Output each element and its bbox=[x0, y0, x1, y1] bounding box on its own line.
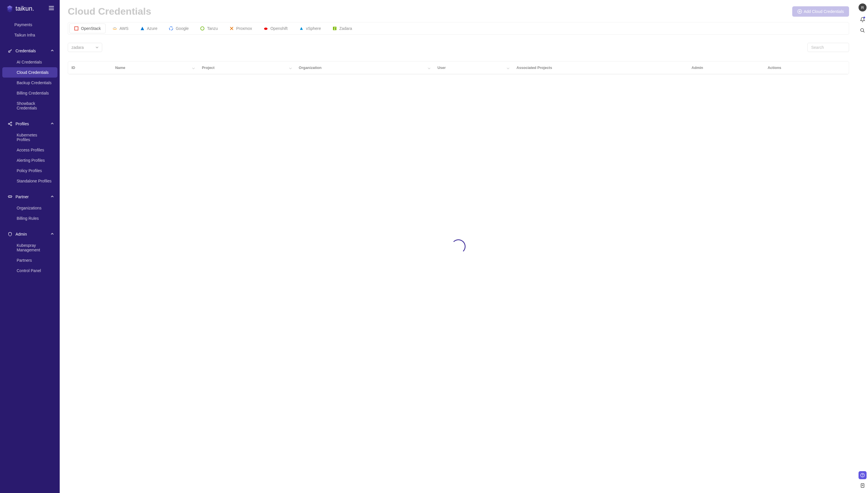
nav-group-admin[interactable]: Admin bbox=[0, 228, 60, 240]
sidebar-item-backup-credentials[interactable]: Backup Credentials bbox=[2, 78, 58, 88]
tab-label: Zadara bbox=[339, 26, 352, 31]
logo-icon bbox=[6, 5, 14, 13]
sidebar-item-organizations[interactable]: Organizations bbox=[2, 203, 58, 213]
provider-tabs: OpenStack aws AWS Azure Google Tanzu Pro… bbox=[68, 22, 849, 35]
tab-label: OpenStack bbox=[81, 26, 101, 31]
svg-point-19 bbox=[861, 28, 864, 31]
vsphere-icon bbox=[299, 26, 304, 31]
sidebar-header: taikun. bbox=[0, 0, 60, 17]
tab-proxmox[interactable]: Proxmox bbox=[225, 24, 257, 33]
sidebar-item-billing-credentials[interactable]: Billing Credentials bbox=[2, 88, 58, 98]
menu-toggle-icon[interactable] bbox=[49, 6, 54, 11]
svg-line-7 bbox=[9, 123, 10, 124]
handshake-icon bbox=[7, 194, 13, 199]
document-icon[interactable] bbox=[860, 483, 865, 488]
avatar[interactable]: R bbox=[859, 3, 867, 12]
add-cloud-credentials-button[interactable]: Add Cloud Credentials bbox=[792, 6, 849, 17]
tab-vsphere[interactable]: vSphere bbox=[295, 24, 325, 33]
svg-text:Z: Z bbox=[334, 27, 336, 30]
key-icon bbox=[7, 48, 13, 53]
sidebar: taikun. Payments Taikun Infra Credential… bbox=[0, 0, 60, 493]
sort-icon bbox=[428, 66, 431, 69]
nav-group-label: Profiles bbox=[16, 122, 29, 126]
tab-label: AWS bbox=[119, 26, 128, 31]
page-title: Cloud Credentials bbox=[68, 6, 151, 17]
search-icon[interactable] bbox=[860, 27, 865, 33]
sidebar-item-kubespray-management[interactable]: Kubespray Management bbox=[2, 240, 58, 255]
filter-bar: zadara bbox=[68, 41, 849, 54]
svg-point-22 bbox=[863, 476, 863, 477]
sort-icon bbox=[192, 66, 195, 69]
chevron-up-icon bbox=[50, 122, 54, 126]
sidebar-item-partners[interactable]: Partners bbox=[2, 255, 58, 265]
shield-icon bbox=[7, 232, 13, 237]
google-icon bbox=[169, 26, 174, 31]
sidebar-item-payments[interactable]: Payments bbox=[0, 20, 60, 30]
sidebar-item-policy-profiles[interactable]: Policy Profiles bbox=[2, 166, 58, 176]
column-header-actions: Actions bbox=[764, 62, 849, 74]
help-button[interactable] bbox=[859, 471, 867, 479]
nav-group-profiles-items: Kubernetes Profiles Access Profiles Aler… bbox=[0, 130, 60, 186]
search-input[interactable] bbox=[807, 43, 849, 52]
column-header-id: ID bbox=[68, 62, 112, 74]
sidebar-item-cloud-credentials[interactable]: Cloud Credentials bbox=[2, 67, 58, 78]
column-header-user[interactable]: User bbox=[434, 62, 513, 74]
chevron-up-icon bbox=[50, 232, 54, 236]
sort-icon bbox=[289, 66, 292, 69]
tab-tanzu[interactable]: Tanzu bbox=[196, 24, 222, 33]
tab-aws[interactable]: aws AWS bbox=[108, 24, 133, 33]
tab-openstack[interactable]: OpenStack bbox=[69, 24, 106, 33]
tab-label: vSphere bbox=[306, 26, 321, 31]
svg-line-20 bbox=[863, 31, 865, 33]
nav-group-label: Admin bbox=[16, 232, 27, 236]
sort-icon bbox=[507, 66, 509, 69]
nav-group-partner-items: Organizations Billing Rules bbox=[0, 203, 60, 223]
openshift-icon bbox=[264, 26, 268, 31]
column-header-organization[interactable]: Organization bbox=[295, 62, 434, 74]
tab-label: Tanzu bbox=[207, 26, 218, 31]
sidebar-item-ai-credentials[interactable]: AI Credentials bbox=[2, 57, 58, 67]
nav-group-admin-items: Kubespray Management Partners Control Pa… bbox=[0, 240, 60, 276]
add-button-label: Add Cloud Credentials bbox=[804, 9, 844, 14]
column-header-name[interactable]: Name bbox=[112, 62, 198, 74]
svg-point-5 bbox=[8, 123, 9, 124]
nav-top: Payments Taikun Infra bbox=[0, 20, 60, 40]
logo[interactable]: taikun. bbox=[6, 5, 34, 13]
svg-point-4 bbox=[10, 122, 12, 123]
loading-indicator bbox=[451, 239, 465, 254]
page-header: Cloud Credentials Add Cloud Credentials bbox=[68, 6, 849, 17]
zadara-icon: Z bbox=[333, 26, 337, 31]
tab-zadara[interactable]: Z Zadara bbox=[328, 24, 357, 33]
nav-group-profiles[interactable]: Profiles bbox=[0, 118, 60, 130]
column-header-admin: Admin bbox=[688, 62, 764, 74]
tab-google[interactable]: Google bbox=[164, 24, 193, 33]
column-header-project[interactable]: Project bbox=[198, 62, 295, 74]
sidebar-item-alerting-profiles[interactable]: Alerting Profiles bbox=[2, 155, 58, 166]
tab-azure[interactable]: Azure bbox=[136, 24, 162, 33]
sidebar-item-standalone-profiles[interactable]: Standalone Profiles bbox=[2, 176, 58, 186]
filter-dropdown[interactable]: zadara bbox=[68, 43, 102, 52]
column-header-associated-projects: Associated Projects bbox=[513, 62, 688, 74]
sidebar-item-access-profiles[interactable]: Access Profiles bbox=[2, 145, 58, 155]
svg-rect-12 bbox=[75, 27, 78, 30]
svg-line-8 bbox=[9, 124, 10, 125]
sidebar-item-taikun-infra[interactable]: Taikun Infra bbox=[0, 30, 60, 40]
bottom-rail bbox=[859, 471, 867, 488]
notifications-icon[interactable] bbox=[860, 17, 865, 22]
sidebar-item-showback-credentials[interactable]: Showback Credentials bbox=[2, 98, 58, 113]
nav-group-partner[interactable]: Partner bbox=[0, 191, 60, 203]
tab-openshift[interactable]: Openshift bbox=[259, 24, 292, 33]
chevron-up-icon bbox=[50, 48, 54, 53]
chevron-up-icon bbox=[50, 194, 54, 199]
proxmox-icon bbox=[229, 26, 234, 31]
tab-label: Google bbox=[176, 26, 188, 31]
sidebar-item-control-panel[interactable]: Control Panel bbox=[2, 265, 58, 276]
tanzu-icon bbox=[200, 26, 205, 31]
sidebar-item-billing-rules[interactable]: Billing Rules bbox=[2, 213, 58, 223]
sidebar-item-kubernetes-profiles[interactable]: Kubernetes Profiles bbox=[2, 130, 58, 145]
azure-icon bbox=[140, 26, 145, 31]
nav-group-credentials[interactable]: Credentials bbox=[0, 45, 60, 57]
svg-point-14 bbox=[169, 27, 173, 30]
logo-text: taikun. bbox=[16, 5, 34, 12]
share-icon bbox=[7, 121, 13, 126]
